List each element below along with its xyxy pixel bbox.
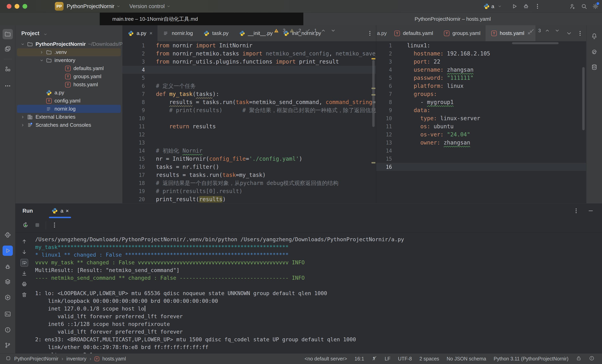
line-number[interactable]: 19 [122, 188, 151, 194]
line-number[interactable]: 12 [122, 132, 151, 138]
search-everywhere-button[interactable] [581, 3, 587, 10]
line-number[interactable]: 13 [122, 140, 151, 146]
line-number[interactable]: 11 [122, 124, 151, 129]
editor-left[interactable]: a.py×nornir.logtask.py__init__.pyinit_no… [122, 25, 376, 203]
close-icon[interactable]: × [150, 30, 152, 36]
readonly-lock-icon[interactable] [576, 355, 581, 362]
console-more-button[interactable] [51, 222, 58, 229]
more-tools-button[interactable] [3, 81, 13, 91]
tab-list-more-button[interactable] [366, 30, 373, 37]
editor-left-code[interactable]: 1from nornir import InitNornir2from norn… [122, 42, 376, 203]
editor-right-scrollbar[interactable] [582, 67, 585, 130]
line-number[interactable]: 11 [376, 124, 400, 129]
prev-problem-button[interactable] [320, 27, 327, 34]
line-number[interactable]: 12 [376, 132, 400, 138]
run-button[interactable] [511, 3, 518, 10]
encoding-widget[interactable]: UTF-8 [398, 356, 412, 362]
run-tab-a[interactable]: a × [47, 203, 73, 218]
tree-item-config-yaml[interactable]: Yconfig.yaml [17, 97, 121, 105]
inspections-widget-left[interactable]: 3 2 1 [273, 27, 336, 34]
breadcrumb[interactable]: PythonProjectNornir › inventory › Y host… [0, 355, 126, 362]
line-number[interactable]: 4 [122, 67, 151, 73]
line-number[interactable]: 9 [122, 107, 151, 113]
run-tool-button[interactable] [3, 246, 13, 256]
terminal-tool-button[interactable] [3, 309, 13, 319]
prev-problem-button[interactable] [544, 27, 551, 34]
weak-warning-stripe-mark[interactable] [371, 88, 376, 89]
hidden-tabs-button[interactable] [566, 30, 572, 37]
fullscreen-window-button[interactable] [22, 4, 27, 9]
expander-right-icon[interactable] [19, 115, 26, 119]
print-button[interactable] [20, 280, 28, 288]
structure-tool-button[interactable] [3, 64, 13, 74]
breadcrumb-project[interactable]: PythonProjectNornir [14, 356, 58, 362]
tree-item-scratches-and-consoles[interactable]: Scratches and Consoles [17, 121, 121, 129]
interpreter-widget[interactable]: Python 3.11 (PythonProjectNornir) [494, 356, 569, 362]
line-number[interactable]: 6 [122, 83, 151, 89]
tree-item-inventory[interactable]: inventory [17, 56, 121, 64]
expander-right-icon[interactable] [38, 50, 45, 54]
problems-tool-button[interactable] [3, 325, 13, 335]
project-panel-title[interactable]: Project [21, 30, 40, 36]
tab-a-py[interactable]: a.py× [122, 25, 158, 41]
close-icon[interactable]: × [66, 208, 69, 214]
line-number[interactable]: 8 [376, 99, 400, 105]
tab-groups-yaml[interactable]: Ygroups.yaml [438, 25, 485, 41]
notifications-button[interactable] [589, 31, 599, 41]
default-server-widget[interactable]: <no default server> [305, 356, 347, 362]
tree-item-external-libraries[interactable]: External Libraries [17, 113, 121, 121]
line-number[interactable]: 10 [122, 116, 151, 121]
line-separator-widget[interactable]: LF [385, 356, 390, 362]
close-window-button[interactable] [7, 4, 11, 9]
project-tool-button[interactable] [3, 29, 13, 39]
services-tool-button[interactable] [3, 276, 13, 287]
debug-button[interactable] [523, 3, 529, 10]
editor-right-hscrollbar[interactable] [512, 42, 559, 44]
tree-item--venv[interactable]: .venv [17, 48, 121, 56]
line-number[interactable]: 18 [122, 180, 151, 186]
line-number[interactable]: 15 [376, 156, 400, 162]
python-packages-tool-button[interactable] [3, 292, 13, 303]
commit-tool-button[interactable] [3, 44, 13, 54]
line-number[interactable]: 2 [376, 51, 400, 57]
expander-down-icon[interactable] [19, 42, 26, 46]
up-stacktrace-button[interactable] [20, 237, 28, 245]
tab-hosts-yaml[interactable]: Yhosts.yaml× [485, 25, 536, 41]
inspections-widget-right[interactable]: 3 [528, 27, 560, 34]
database-tool-button[interactable] [589, 62, 599, 72]
editor-right-code[interactable]: 1linux1:2 hostname: 192.168.2.1053 port:… [376, 42, 586, 203]
minimize-window-button[interactable] [15, 4, 19, 9]
line-number[interactable]: 7 [376, 91, 400, 97]
indent-widget[interactable]: 2 spaces [419, 356, 439, 362]
tree-item-defaults-yaml[interactable]: Ydefaults.yaml [17, 64, 121, 73]
breadcrumb-file[interactable]: hosts.yaml [102, 356, 126, 362]
tree-item-pythonprojectnornir[interactable]: PythonProjectNornir~/Downloads/P [17, 40, 121, 48]
editor-right[interactable]: a.pyYdefaults.yamlYgroups.yamlYhosts.yam… [376, 25, 586, 203]
line-number[interactable]: 7 [122, 91, 151, 97]
line-number[interactable]: 5 [122, 75, 151, 81]
line-number[interactable]: 16 [122, 164, 151, 170]
expander-right-icon[interactable] [19, 123, 26, 127]
tree-item-nornir-log[interactable]: nornir.log [17, 105, 121, 113]
editor-left-scrollbar[interactable] [372, 60, 375, 127]
tab-list-more-button[interactable] [577, 30, 583, 37]
line-number[interactable]: 9 [376, 107, 400, 113]
line-number[interactable]: 14 [122, 148, 151, 154]
run-console-output[interactable]: /Users/yangzheng/Downloads/PythonProject… [35, 236, 600, 353]
line-number[interactable]: 10 [376, 116, 400, 121]
project-name-menu[interactable]: PythonProjectNornir [67, 3, 115, 10]
weak-warning-stripe-mark[interactable] [371, 162, 376, 163]
line-number[interactable]: 8 [122, 99, 151, 105]
rerun-button[interactable] [22, 222, 29, 229]
scroll-to-end-button[interactable] [20, 269, 28, 277]
vcs-menu[interactable]: Version control [129, 3, 165, 10]
run-configuration-selector[interactable]: a [483, 3, 502, 10]
next-problem-button[interactable] [330, 27, 336, 34]
line-number[interactable]: 2 [122, 51, 151, 57]
line-number[interactable]: 3 [376, 59, 400, 65]
highlighting-level-icon[interactable]: ¶ [372, 355, 377, 362]
expander-down-icon[interactable] [38, 58, 45, 62]
line-number[interactable]: 20 [122, 196, 151, 202]
tree-item-a-py[interactable]: a.py [17, 89, 121, 97]
python-console-tool-button[interactable] [3, 230, 13, 240]
